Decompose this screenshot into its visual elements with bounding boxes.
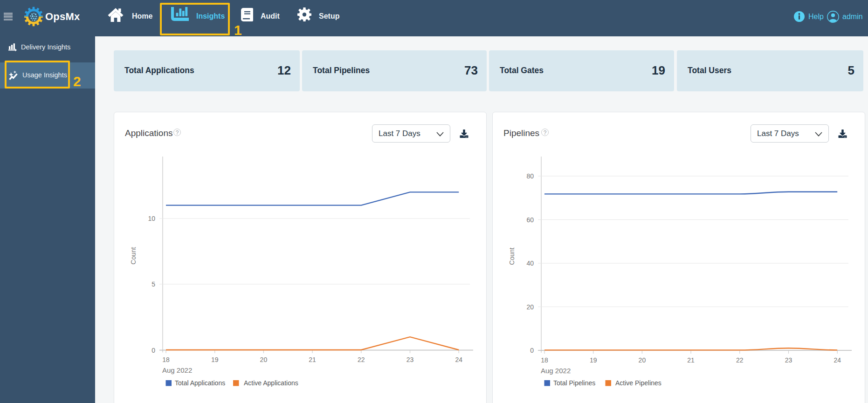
svg-text:Active Pipelines: Active Pipelines (615, 379, 661, 387)
svg-text:21: 21 (687, 356, 695, 364)
svg-text:23: 23 (785, 356, 792, 364)
svg-text:Count: Count (508, 247, 516, 265)
svg-text:5: 5 (152, 280, 155, 288)
svg-text:80: 80 (526, 172, 534, 180)
svg-text:Aug 2022: Aug 2022 (541, 367, 571, 375)
svg-text:0: 0 (152, 347, 155, 354)
svg-text:20: 20 (639, 356, 646, 364)
svg-text:Total Pipelines: Total Pipelines (553, 379, 595, 387)
svg-text:Active Applications: Active Applications (244, 379, 298, 387)
svg-text:19: 19 (211, 356, 219, 363)
svg-text:24: 24 (455, 356, 462, 363)
svg-text:40: 40 (526, 260, 534, 267)
svg-text:19: 19 (590, 356, 597, 364)
svg-text:0: 0 (530, 347, 534, 354)
svg-text:23: 23 (406, 356, 414, 363)
svg-text:20: 20 (260, 356, 268, 363)
svg-text:18: 18 (541, 356, 548, 364)
svg-text:Aug 2022: Aug 2022 (162, 366, 192, 374)
svg-text:20: 20 (526, 303, 534, 311)
svg-text:24: 24 (834, 356, 841, 364)
svg-text:18: 18 (162, 356, 170, 363)
svg-text:22: 22 (358, 356, 365, 363)
svg-text:22: 22 (736, 356, 744, 364)
svg-text:Count: Count (130, 247, 137, 264)
svg-text:Total Applications: Total Applications (175, 379, 225, 387)
svg-text:60: 60 (526, 216, 534, 224)
svg-text:21: 21 (309, 356, 316, 363)
svg-text:10: 10 (148, 215, 155, 222)
